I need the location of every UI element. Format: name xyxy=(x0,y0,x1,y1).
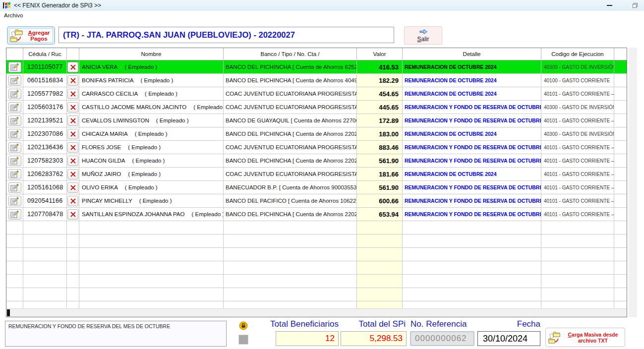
lock-button[interactable] xyxy=(239,321,248,330)
cedula-cell: 1206283762 xyxy=(23,168,67,181)
codigo-cell: 40300 - GASTO DE INVERSIÓN xyxy=(541,60,614,74)
restore-icon xyxy=(632,2,638,8)
delete-row-button[interactable] xyxy=(67,169,78,179)
detalle-cell: REMUNERACION DE OCTUBRE 2024 xyxy=(403,127,541,141)
horizontal-scrollbar-thumb[interactable] xyxy=(7,309,10,316)
delete-row-button[interactable] xyxy=(67,196,78,206)
carga-masiva-button[interactable]: Carga Masiva desde archivo TXT xyxy=(545,328,625,347)
delete-icon xyxy=(70,104,76,111)
carga-masiva-label: Carga Masiva desde archivo TXT xyxy=(564,332,622,344)
valor-cell: 172.89 xyxy=(357,114,403,127)
edit-row-button[interactable] xyxy=(8,182,21,193)
delete-row-button[interactable] xyxy=(67,142,78,153)
cedula-cell: 1202139521 xyxy=(23,114,67,127)
delete-cell xyxy=(67,74,79,87)
cedula-cell: 1205577982 xyxy=(23,87,67,101)
valor-cell: 183.00 xyxy=(357,127,403,141)
vertical-scrollbar[interactable] xyxy=(629,48,637,317)
restore-button[interactable] xyxy=(625,0,644,11)
detalle-cell: REMUNERACION Y FONDO DE RESERVA DE OCTUB… xyxy=(403,208,541,221)
delete-cell xyxy=(67,87,79,101)
edit-row-button[interactable] xyxy=(8,62,21,72)
filler-cell xyxy=(614,87,627,101)
detalle-cell: REMUNERACION DE OCTUBRE 2024 xyxy=(403,74,541,87)
delete-row-button[interactable] xyxy=(67,182,78,193)
filler-cell xyxy=(614,168,627,181)
total-beneficiarios-value: 12 xyxy=(276,331,339,346)
edit-row-button[interactable] xyxy=(8,142,21,153)
delete-row-button[interactable] xyxy=(67,89,78,99)
nombre-cell: CEVALLOS LIWINSGTON ( Empleado ) xyxy=(79,114,224,127)
delete-row-button[interactable] xyxy=(67,75,78,86)
header-delete-col xyxy=(67,48,79,60)
edit-row-button[interactable] xyxy=(8,209,21,220)
nombre-cell: MUÑOZ JAIRO ( Empleado ) xyxy=(79,168,224,181)
table-row[interactable]: 1205161068 OLIVO ERIKA ( Empleado ) BANE… xyxy=(6,181,627,194)
salir-button[interactable]: Salir xyxy=(404,26,442,45)
edit-row-button[interactable] xyxy=(8,102,21,113)
table-row[interactable]: 1205577982 CARRASCO CECILIA ( Empleado )… xyxy=(6,87,627,101)
tipo-text: ( Empleado ) xyxy=(124,64,157,70)
delete-row-button[interactable] xyxy=(67,102,78,113)
codigo-cell: 40101 - GASTO CORRIENTE – SUELDOS xyxy=(541,181,614,194)
delete-row-button[interactable] xyxy=(67,62,78,72)
delete-row-button[interactable] xyxy=(67,209,78,220)
fecha-field[interactable]: 30/10/2024 xyxy=(477,331,540,346)
header-valor: Valor xyxy=(357,48,403,60)
table-row[interactable]: 1206283762 MUÑOZ JAIRO ( Empleado ) COAC… xyxy=(6,168,627,181)
tipo-text: ( Empleado ) xyxy=(139,198,172,204)
edit-row-button[interactable] xyxy=(8,129,21,139)
nombre-text: OLIVO ERIKA xyxy=(82,184,118,190)
empty-table-row xyxy=(6,288,627,301)
horizontal-scrollbar[interactable] xyxy=(6,308,627,317)
delete-row-button[interactable] xyxy=(67,129,78,139)
nombre-text: PINCAY MICHELLY xyxy=(82,198,132,204)
edit-icon xyxy=(10,184,19,191)
referencia-field[interactable]: 0000000062 xyxy=(410,331,474,346)
delete-row-button[interactable] xyxy=(67,156,78,166)
filler-cell xyxy=(614,208,627,221)
color-swatch-button[interactable] xyxy=(238,335,248,345)
table-row[interactable]: 1202139521 CEVALLOS LIWINSGTON ( Emplead… xyxy=(6,114,627,127)
cedula-cell: 1202307086 xyxy=(23,127,67,141)
edit-icon xyxy=(10,117,19,124)
edit-icon xyxy=(10,211,19,218)
banco-cell: BANCO DEL PICHINCHA [ Cuenta de Ahorros … xyxy=(224,154,357,168)
filler-cell xyxy=(614,154,627,168)
batch-title-field: (TR) - JTA. PARROQ.SAN JUAN (PUEBLOVIEJO… xyxy=(59,27,394,43)
minimize-button[interactable] xyxy=(599,0,620,11)
nombre-text: ANICIA VERA xyxy=(82,64,117,70)
table-row[interactable]: 1202136436 FLORES JOSE ( Empleado ) COAC… xyxy=(6,141,627,154)
edit-row-button[interactable] xyxy=(8,89,21,99)
titlebar: << FENIX Generador de SPi3 >> xyxy=(0,0,644,11)
table-row[interactable]: 1207582303 HUACON GILDA ( Empleado ) BAN… xyxy=(6,154,627,168)
edit-row-button[interactable] xyxy=(8,169,21,179)
nombre-cell: CARRASCO CECILIA ( Empleado ) xyxy=(79,87,224,101)
edit-row-button[interactable] xyxy=(8,196,21,206)
edit-icon xyxy=(10,171,19,178)
edit-row-button[interactable] xyxy=(8,116,21,126)
table-row[interactable]: 1205603176 CASTILLO JACOME MARLON JACINT… xyxy=(6,101,627,114)
empty-table-row xyxy=(6,261,627,275)
banco-cell: COAC JUVENTUD ECUATORIANA PROGRESISTA LT… xyxy=(224,101,357,114)
edit-row-button[interactable] xyxy=(8,75,21,86)
filler-cell xyxy=(614,60,627,74)
codigo-cell: 40101 - GASTO CORRIENTE – SUELDOS xyxy=(541,141,614,154)
nombre-text: CARRASCO CECILIA xyxy=(82,91,138,97)
edit-row-button[interactable] xyxy=(8,156,21,166)
agregar-pagos-button[interactable]: Agregar Pagos xyxy=(7,26,55,45)
delete-row-button[interactable] xyxy=(67,116,78,126)
header-codigo: Codigo de Ejecucion xyxy=(541,48,614,60)
description-field[interactable]: REMUNERACION Y FONDO DE RESERVA DEL MES … xyxy=(5,321,227,347)
table-row[interactable]: 0920541166 PINCAY MICHELLY ( Empleado ) … xyxy=(6,194,627,208)
edit-icon xyxy=(10,63,19,71)
tipo-text: ( Empleado ) xyxy=(140,77,173,83)
menu-archivo[interactable]: Archivo xyxy=(0,12,27,18)
valor-cell: 653.94 xyxy=(357,208,403,221)
table-row[interactable]: 0601516834 BONIFAS PATRICIA ( Empleado )… xyxy=(6,74,627,87)
table-row[interactable]: 1201105077 ANICIA VERA ( Empleado ) BANC… xyxy=(6,60,627,74)
banco-cell: COAC JUVENTUD ECUATORIANA PROGRESISTA LT… xyxy=(224,168,357,181)
table-row[interactable]: 1202307086 CHICAIZA MARIA ( Empleado ) B… xyxy=(6,127,627,141)
banco-cell: BANCO DEL PICHINCHA [ Cuenta de Ahorros … xyxy=(224,127,357,141)
table-row[interactable]: 1207708478 SANTILLAN ESPINOZA JOHANNA PA… xyxy=(6,208,627,221)
